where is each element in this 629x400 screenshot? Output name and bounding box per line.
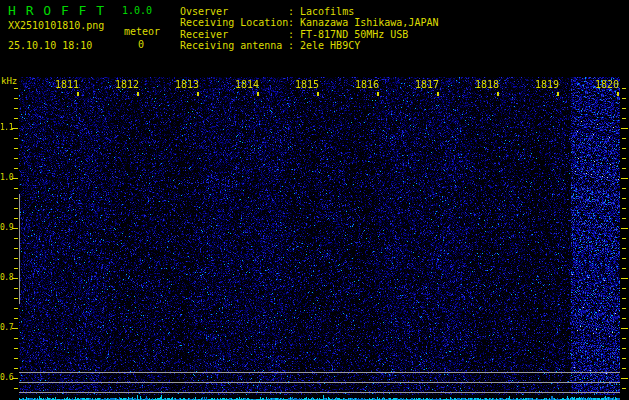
frequency-minor-tick-left bbox=[14, 318, 18, 319]
frequency-minor-tick-right bbox=[622, 308, 626, 309]
frequency-major-tick-left bbox=[12, 228, 18, 229]
frequency-minor-tick-right bbox=[622, 288, 626, 289]
spectrogram-canvas bbox=[19, 77, 620, 400]
frequency-minor-tick-left bbox=[14, 158, 18, 159]
info-colon: : bbox=[288, 18, 300, 28]
frequency-minor-tick-left bbox=[14, 168, 18, 169]
time-tick bbox=[137, 92, 139, 96]
frequency-minor-tick-right bbox=[622, 248, 626, 249]
frequency-minor-tick-right bbox=[622, 158, 626, 159]
station-info-row: Receiving Location: Kanazawa Ishikawa,JA… bbox=[180, 18, 438, 28]
info-value: Kanazawa Ishikawa,JAPAN bbox=[300, 18, 438, 28]
time-tick-label: 1816 bbox=[351, 80, 383, 90]
frequency-minor-tick-left bbox=[14, 358, 18, 359]
station-info-block: Ovserver: LacofilmsReceiving Location: K… bbox=[180, 7, 438, 53]
time-tick-label: 1815 bbox=[291, 80, 323, 90]
frequency-major-tick-right bbox=[621, 178, 628, 179]
frequency-minor-tick-right bbox=[622, 268, 626, 269]
time-tick bbox=[437, 92, 439, 96]
frequency-major-tick-right bbox=[621, 228, 628, 229]
frequency-minor-tick-right bbox=[622, 188, 626, 189]
frequency-minor-tick-right bbox=[622, 108, 626, 109]
frequency-minor-tick-right bbox=[622, 218, 626, 219]
info-colon: : bbox=[288, 30, 300, 40]
frequency-major-tick-left bbox=[12, 378, 18, 379]
frequency-axis-unit-label: kHz bbox=[1, 76, 17, 86]
info-colon: : bbox=[288, 41, 300, 51]
frequency-minor-tick-left bbox=[14, 218, 18, 219]
time-tick bbox=[197, 92, 199, 96]
frequency-minor-tick-right bbox=[622, 338, 626, 339]
frequency-minor-tick-right bbox=[622, 318, 626, 319]
station-info-row: Ovserver: Lacofilms bbox=[180, 7, 438, 17]
frequency-minor-tick-left bbox=[14, 98, 18, 99]
time-tick-label: 1819 bbox=[531, 80, 563, 90]
time-tick bbox=[77, 92, 79, 96]
frequency-major-tick-right bbox=[621, 128, 628, 129]
frequency-minor-tick-left bbox=[14, 258, 18, 259]
frequency-minor-tick-left bbox=[14, 198, 18, 199]
time-tick bbox=[497, 92, 499, 96]
info-label: Ovserver bbox=[180, 7, 288, 17]
time-tick bbox=[377, 92, 379, 96]
frequency-major-tick-left bbox=[12, 278, 18, 279]
frequency-minor-tick-right bbox=[622, 168, 626, 169]
frequency-minor-tick-left bbox=[14, 108, 18, 109]
frequency-minor-tick-left bbox=[14, 268, 18, 269]
meteor-count: 0 bbox=[138, 40, 144, 50]
frequency-minor-tick-right bbox=[622, 238, 626, 239]
frequency-minor-tick-right bbox=[622, 348, 626, 349]
frequency-minor-tick-left bbox=[14, 338, 18, 339]
station-info-row: Receiver: FT-817ND 50MHz USB bbox=[180, 30, 438, 40]
frequency-major-tick-left bbox=[12, 178, 18, 179]
time-tick-label: 1817 bbox=[411, 80, 443, 90]
frequency-minor-tick-right bbox=[622, 388, 626, 389]
time-tick-label: 1820 bbox=[591, 80, 623, 90]
frequency-minor-tick-left bbox=[14, 308, 18, 309]
frequency-minor-tick-left bbox=[14, 88, 18, 89]
frequency-minor-tick-left bbox=[14, 148, 18, 149]
frequency-major-tick-right bbox=[621, 378, 628, 379]
frequency-minor-tick-right bbox=[622, 368, 626, 369]
hrofft-screen: H R O F F T 1.0.0 XX2510101810.png meteo… bbox=[0, 0, 629, 400]
time-tick-label: 1812 bbox=[111, 80, 143, 90]
frequency-minor-tick-left bbox=[14, 288, 18, 289]
station-info-row: Receiving antenna: 2ele HB9CY bbox=[180, 41, 438, 51]
frequency-major-tick-left bbox=[12, 328, 18, 329]
frequency-minor-tick-left bbox=[14, 118, 18, 119]
frequency-minor-tick-left bbox=[14, 138, 18, 139]
info-value: Lacofilms bbox=[300, 7, 354, 17]
frequency-minor-tick-left bbox=[14, 248, 18, 249]
app-title: H R O F F T bbox=[8, 4, 105, 17]
frequency-minor-tick-right bbox=[622, 358, 626, 359]
frequency-minor-tick-left bbox=[14, 388, 18, 389]
app-version: 1.0.0 bbox=[122, 6, 152, 16]
observation-mode-label: meteor bbox=[124, 27, 160, 37]
output-filename: XX2510101810.png bbox=[8, 21, 104, 31]
frequency-minor-tick-left bbox=[14, 368, 18, 369]
observation-datetime: 25.10.10 18:10 bbox=[8, 41, 92, 51]
time-tick bbox=[557, 92, 559, 96]
frequency-major-tick-left bbox=[12, 128, 18, 129]
time-tick bbox=[617, 92, 619, 96]
frequency-minor-tick-left bbox=[14, 298, 18, 299]
time-tick-label: 1818 bbox=[471, 80, 503, 90]
info-label: Receiving Location bbox=[180, 18, 288, 28]
frequency-minor-tick-right bbox=[622, 298, 626, 299]
time-tick-label: 1814 bbox=[231, 80, 263, 90]
info-colon: : bbox=[288, 7, 300, 17]
frequency-minor-tick-right bbox=[622, 118, 626, 119]
info-value: FT-817ND 50MHz USB bbox=[300, 30, 408, 40]
time-tick-label: 1813 bbox=[171, 80, 203, 90]
frequency-minor-tick-right bbox=[622, 148, 626, 149]
time-tick bbox=[257, 92, 259, 96]
frequency-minor-tick-right bbox=[622, 258, 626, 259]
frequency-minor-tick-left bbox=[14, 348, 18, 349]
info-label: Receiver bbox=[180, 30, 288, 40]
frequency-minor-tick-left bbox=[14, 188, 18, 189]
time-tick bbox=[317, 92, 319, 96]
frequency-major-tick-right bbox=[621, 328, 628, 329]
frequency-minor-tick-right bbox=[622, 138, 626, 139]
frequency-minor-tick-right bbox=[622, 98, 626, 99]
info-label: Receiving antenna bbox=[180, 41, 288, 51]
